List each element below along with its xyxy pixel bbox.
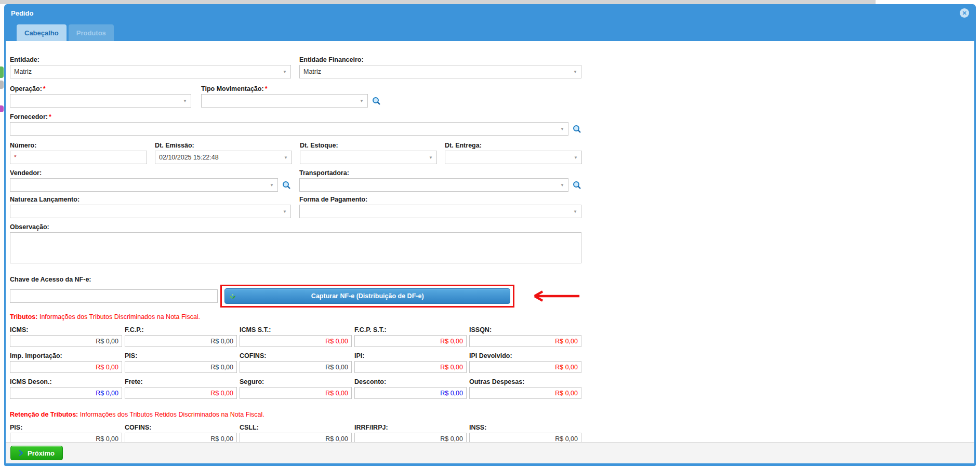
tax-field: F.C.P.:R$ 0,00 xyxy=(125,326,237,347)
tax-field: ICMS S.T.:R$ 0,00 xyxy=(240,326,352,347)
tax-field-label: Desconto: xyxy=(354,378,467,386)
fornecedor-select[interactable]: ▼ xyxy=(10,122,568,136)
tax-value-input[interactable]: R$ 0,00 xyxy=(10,335,122,347)
tax-field: IPI:R$ 0,00 xyxy=(354,352,467,373)
entidade-select[interactable]: Matriz ▼ xyxy=(10,65,291,78)
transportadora-select[interactable]: ▼ xyxy=(299,178,568,192)
tax-field: PIS:R$ 0,00 xyxy=(10,423,122,442)
tax-value-input[interactable]: R$ 0,00 xyxy=(240,335,352,347)
tax-value-input[interactable]: R$ 0,00 xyxy=(469,433,581,442)
tax-field-label: Seguro: xyxy=(240,378,352,386)
tax-value-input[interactable]: R$ 0,00 xyxy=(354,433,467,442)
tax-value-input[interactable]: R$ 0,00 xyxy=(10,433,122,442)
tax-field-label: ICMS: xyxy=(10,326,122,334)
search-icon[interactable] xyxy=(573,181,581,190)
tax-field: Seguro:R$ 0,00 xyxy=(240,378,352,399)
tax-value-input[interactable]: R$ 0,00 xyxy=(240,433,352,442)
tax-value-input[interactable]: R$ 0,00 xyxy=(469,361,581,373)
proximo-label: Próximo xyxy=(28,449,55,457)
tax-value-input[interactable]: R$ 0,00 xyxy=(125,387,237,399)
chevron-down-icon[interactable]: ▼ xyxy=(560,183,564,188)
search-icon[interactable] xyxy=(282,181,291,190)
tax-row: Imp. Importação:R$ 0,00PIS:R$ 0,00COFINS… xyxy=(10,352,581,373)
search-icon[interactable] xyxy=(372,97,381,105)
required-marker: * xyxy=(49,113,51,121)
chevron-down-icon[interactable]: ▼ xyxy=(429,155,433,160)
natureza-lancamento-select[interactable]: ▼ xyxy=(10,205,291,218)
entidade-label: Entidade: xyxy=(10,56,291,64)
tax-value-input[interactable]: R$ 0,00 xyxy=(469,335,581,347)
row-operacao: Operação:* ▼ Tipo Movimentação:* ▼ xyxy=(10,85,581,108)
tax-value-input[interactable]: R$ 0,00 xyxy=(125,335,237,347)
tax-field-label: ICMS S.T.: xyxy=(240,326,352,334)
entidade-financeiro-select[interactable]: Matriz ▼ xyxy=(299,65,581,78)
background-page-edge xyxy=(0,105,4,112)
entidade-financeiro-label: Entidade Financeiro: xyxy=(299,56,581,64)
tax-value-input[interactable]: R$ 0,00 xyxy=(240,387,352,399)
chevron-down-icon[interactable]: ▼ xyxy=(573,70,577,74)
chevron-down-icon[interactable]: ▼ xyxy=(360,99,364,103)
vendedor-select[interactable]: ▼ xyxy=(10,178,278,192)
chevron-down-icon[interactable]: ▼ xyxy=(560,127,564,131)
entidade-value: Matriz xyxy=(14,68,280,75)
chevron-down-icon[interactable]: ▼ xyxy=(270,183,274,188)
row-datas: Número: * Dt. Emissão: 02/10/2025 15:22:… xyxy=(10,141,581,164)
forma-pagamento-label: Forma de Pagamento: xyxy=(299,195,581,204)
observacao-textarea[interactable] xyxy=(10,232,581,263)
tax-value-input[interactable]: R$ 0,00 xyxy=(10,361,122,373)
tax-field: Frete:R$ 0,00 xyxy=(125,378,237,399)
required-marker: * xyxy=(265,85,268,92)
tax-value-input[interactable]: R$ 0,00 xyxy=(469,387,581,399)
tax-field: ICMS Deson.:R$ 0,00 xyxy=(10,378,122,399)
tax-value-input[interactable]: R$ 0,00 xyxy=(10,387,122,399)
chevron-down-icon[interactable]: ▼ xyxy=(284,155,288,160)
dt-estoque-label: Dt. Estoque: xyxy=(300,141,437,150)
tab-cabecalho[interactable]: Cabeçalho xyxy=(17,24,67,41)
tax-field: Outras Despesas:R$ 0,00 xyxy=(469,378,581,399)
chevron-down-icon[interactable]: ▼ xyxy=(573,209,577,214)
tax-value-input[interactable]: R$ 0,00 xyxy=(354,361,467,373)
numero-input[interactable]: * xyxy=(10,151,147,164)
tax-value-input[interactable]: R$ 0,00 xyxy=(125,361,237,373)
chevron-down-icon[interactable]: ▼ xyxy=(283,209,287,214)
row-observacao: Observação: xyxy=(10,223,581,265)
dt-entrega-select[interactable]: ▼ xyxy=(445,151,582,164)
chevron-down-icon[interactable]: ▼ xyxy=(283,70,287,74)
tax-field: CSLL:R$ 0,00 xyxy=(240,423,352,442)
tax-field: Desconto:R$ 0,00 xyxy=(354,378,467,399)
next-chevron-icon xyxy=(19,450,23,456)
operacao-select[interactable]: ▼ xyxy=(10,94,191,108)
pedido-modal: Pedido ✕ Cabeçalho Produtos Entidade: Ma… xyxy=(4,4,976,466)
tax-value-input[interactable]: R$ 0,00 xyxy=(354,335,467,347)
dt-emissao-select[interactable]: 02/10/2025 15:22:48 ▼ xyxy=(155,151,292,164)
capturar-nfe-button[interactable]: Capturar NF-e (Distribuição de DF-e) xyxy=(224,288,510,304)
tipo-movimentacao-select[interactable]: ▼ xyxy=(201,94,368,108)
row-natureza: Natureza Lançamento: ▼ Forma de Pagament… xyxy=(10,195,581,218)
tributos-grid: ICMS:R$ 0,00F.C.P.:R$ 0,00ICMS S.T.:R$ 0… xyxy=(10,326,581,399)
tax-value-input[interactable]: R$ 0,00 xyxy=(354,387,467,399)
chevron-down-icon[interactable]: ▼ xyxy=(183,99,187,103)
background-page-edge xyxy=(0,81,4,89)
tax-field-label: Imp. Importação: xyxy=(10,352,122,360)
background-page-topbar xyxy=(0,0,876,4)
natureza-lancamento-label: Natureza Lançamento: xyxy=(10,195,291,204)
chevron-down-icon[interactable]: ▼ xyxy=(574,155,578,160)
proximo-button[interactable]: Próximo xyxy=(10,446,63,460)
tax-field: ICMS:R$ 0,00 xyxy=(10,326,122,347)
tax-field: IPI Devolvido:R$ 0,00 xyxy=(469,352,581,373)
search-icon[interactable] xyxy=(573,125,581,134)
row-entidade: Entidade: Matriz ▼ Entidade Financeiro: … xyxy=(10,56,581,78)
tax-value-input[interactable]: R$ 0,00 xyxy=(125,433,237,442)
row-vendedor: Vendedor: ▼ Transportadora: ▼ xyxy=(10,169,581,192)
tax-field-label: PIS: xyxy=(125,352,237,360)
tax-value-input[interactable]: R$ 0,00 xyxy=(240,361,352,373)
dt-estoque-select[interactable]: ▼ xyxy=(300,151,437,164)
row-fornecedor: Fornecedor:* ▼ xyxy=(10,113,581,136)
close-icon[interactable]: ✕ xyxy=(960,8,969,18)
tax-field: Imp. Importação:R$ 0,00 xyxy=(10,352,122,373)
tab-produtos[interactable]: Produtos xyxy=(69,24,114,41)
tax-field-label: ISSQN: xyxy=(469,326,581,334)
tax-field: F.C.P. S.T.:R$ 0,00 xyxy=(354,326,467,347)
chave-acesso-input[interactable] xyxy=(10,289,218,303)
forma-pagamento-select[interactable]: ▼ xyxy=(299,205,581,218)
